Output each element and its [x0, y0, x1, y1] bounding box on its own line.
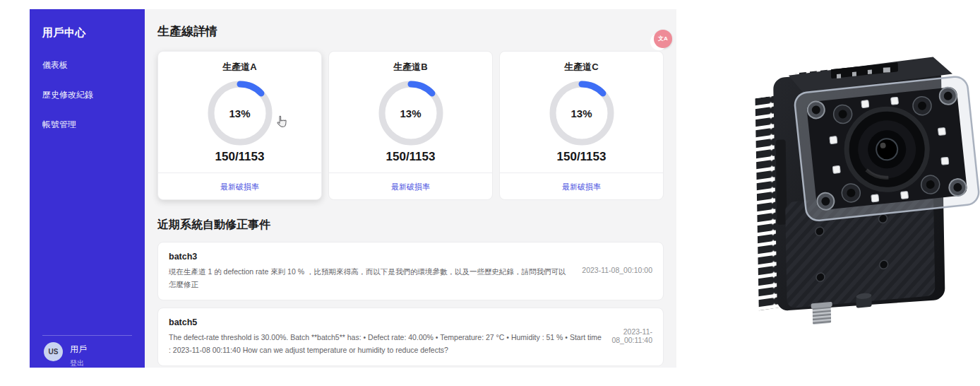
event-card[interactable]: batch5 The defect-rate threshold is 30.0…: [157, 308, 664, 366]
translate-button[interactable]: 文A: [654, 30, 672, 48]
production-count: 150/1153: [329, 150, 492, 164]
event-timestamp: 2023-11- 08_00:11:40: [611, 327, 652, 344]
defect-rate-percent: 13%: [206, 79, 274, 147]
event-description: The defect-rate threshold is 30.00%. Bat…: [169, 331, 602, 357]
production-line-name: 生產道B: [329, 61, 492, 74]
production-cards-row: 生產道A 13% 150/1153 最新破損率 生產道B 13% 150/115…: [157, 51, 664, 200]
event-content: batch5 The defect-rate threshold is 30.0…: [169, 315, 602, 357]
user-info: 用戶 登出: [70, 342, 87, 368]
event-content: batch3 現在生產道 1 的 defection rate 來到 10 % …: [169, 250, 572, 291]
user-name: 用戶: [70, 344, 87, 356]
sidebar-nav: 儀表板 歷史修改紀錄 帳號管理: [42, 59, 132, 148]
card-footer: 最新破損率: [158, 172, 321, 199]
event-title: batch3: [169, 252, 572, 262]
logout-button[interactable]: 登出: [70, 358, 87, 368]
defect-rate-percent: 13%: [548, 79, 616, 147]
sidebar: 用戶中心 儀表板 歷史修改紀錄 帳號管理 US 用戶 登出: [30, 9, 145, 368]
sidebar-title: 用戶中心: [42, 26, 132, 40]
page-title: 生產線詳情: [157, 23, 664, 40]
mouse-cursor-icon: [276, 115, 288, 129]
card-footer: 最新破損率: [500, 172, 663, 199]
latest-defect-rate-link[interactable]: 最新破損率: [562, 182, 601, 191]
defect-rate-ring: 13%: [548, 79, 616, 147]
production-line-card[interactable]: 生產道A 13% 150/1153 最新破損率: [157, 51, 322, 200]
event-card[interactable]: batch3 現在生產道 1 的 defection rate 來到 10 % …: [157, 242, 664, 300]
production-line-name: 生產道A: [158, 61, 321, 74]
sidebar-user-section: US 用戶 登出: [42, 335, 132, 368]
production-count: 150/1153: [158, 150, 321, 164]
defect-rate-percent: 13%: [377, 79, 445, 147]
events-section-title: 近期系統自動修正事件: [157, 218, 664, 233]
event-title: batch5: [169, 317, 602, 327]
latest-defect-rate-link[interactable]: 最新破損率: [220, 182, 259, 191]
sidebar-nav-item[interactable]: 儀表板: [42, 59, 132, 71]
avatar: US: [44, 342, 63, 361]
production-count: 150/1153: [500, 150, 663, 164]
production-line-card[interactable]: 生產道B 13% 150/1153 最新破損率: [328, 51, 493, 200]
production-line-card[interactable]: 生產道C 13% 150/1153 最新破損率: [499, 51, 664, 200]
event-description: 現在生產道 1 的 defection rate 來到 10 % ，比預期來得高…: [169, 265, 572, 291]
translate-icon: 文A: [658, 36, 668, 42]
sidebar-nav-item[interactable]: 帳號管理: [42, 119, 132, 131]
event-timestamp: 2023-11-08_00:10:00: [582, 266, 652, 274]
sidebar-nav-item[interactable]: 歷史修改紀錄: [42, 89, 132, 101]
events-list: batch3 現在生產道 1 的 defection rate 來到 10 % …: [157, 242, 664, 368]
main-content: 文A 生產線詳情 生產道A 13% 150/1153 最新破損率 生產道B 13…: [145, 9, 676, 368]
app-window: 用戶中心 儀表板 歷史修改紀錄 帳號管理 US 用戶 登出 文A 生產線詳情 生…: [30, 9, 676, 368]
defect-rate-ring: 13%: [206, 79, 274, 147]
production-line-name: 生產道C: [500, 61, 663, 74]
defect-rate-ring: 13%: [377, 79, 445, 147]
card-footer: 最新破損率: [329, 172, 492, 199]
industrial-vision-camera-image: [748, 55, 980, 334]
latest-defect-rate-link[interactable]: 最新破損率: [391, 182, 430, 191]
